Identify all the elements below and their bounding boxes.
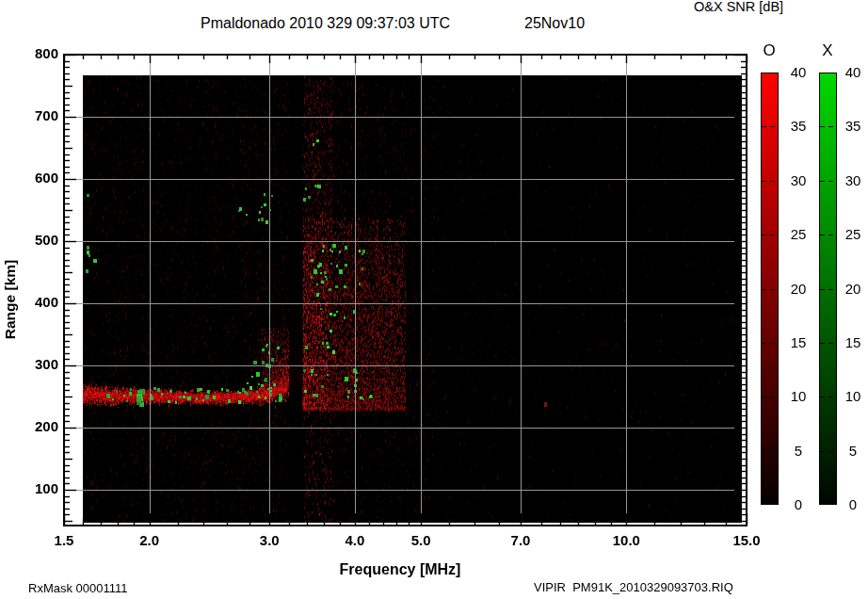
- x-colorbar-tick-label: 30: [840, 172, 866, 189]
- o-colorbar-tick-label: 10: [785, 388, 812, 405]
- colorbar-x-header: X: [813, 41, 842, 60]
- x-tick-label: 3.0: [243, 532, 296, 548]
- y-tick-label: 100: [13, 480, 58, 497]
- x-colorbar-tick-label: 5: [840, 443, 866, 460]
- x-tick-label: 1.5: [38, 532, 90, 548]
- ionogram-heatmap: [83, 75, 742, 523]
- x-tick-label: 15.0: [720, 532, 773, 548]
- x-colorbar-tick-label: 10: [840, 388, 866, 405]
- ionogram-figure: Pmaldonado 2010 329 09:37:03 UTC 25Nov10…: [0, 0, 868, 599]
- x-colorbar-tick-label: 15: [840, 334, 866, 351]
- y-tick-label: 600: [13, 170, 58, 186]
- x-colorbar-tick-label: 35: [840, 118, 866, 135]
- x-tick-label: 5.0: [394, 532, 447, 548]
- y-tick-label: 800: [13, 45, 58, 62]
- o-colorbar-tick-label: 20: [785, 281, 812, 298]
- o-colorbar-tick-label: 35: [785, 118, 812, 135]
- x-tick-label: 10.0: [600, 532, 652, 548]
- o-colorbar-tick-label: 5: [785, 443, 812, 460]
- page-title: Pmaldonado 2010 329 09:37:03 UTC: [201, 15, 450, 32]
- x-axis-title: Frequency [MHz]: [325, 561, 475, 578]
- y-tick-label: 700: [13, 107, 58, 124]
- y-tick-label: 200: [13, 418, 58, 435]
- y-tick-label: 500: [13, 232, 58, 249]
- rxmask-status: RxMask 00001111: [28, 581, 128, 595]
- y-tick-label: 400: [13, 294, 58, 311]
- x-tick-label: 7.0: [494, 532, 547, 548]
- o-colorbar-tick-label: 30: [785, 172, 812, 189]
- o-colorbar-tick-label: 15: [785, 334, 812, 351]
- x-colorbar-tick-label: 20: [840, 281, 866, 298]
- date-label: 25Nov10: [524, 15, 585, 32]
- x-colorbar-tick-label: 40: [840, 64, 866, 81]
- colorbar-o-header: O: [755, 41, 783, 60]
- x-tick-label: 4.0: [329, 532, 381, 548]
- o-colorbar-tick-label: 25: [785, 226, 812, 243]
- x-colorbar-tick-label: 25: [840, 226, 866, 243]
- x-colorbar-tick-label: 0: [840, 496, 866, 513]
- y-tick-label: 300: [13, 356, 58, 373]
- o-colorbar-tick-label: 40: [785, 64, 812, 81]
- o-colorbar-tick-label: 0: [785, 496, 812, 513]
- data-file-reference: VIPIR PM91K_2010329093703.RIQ: [534, 580, 733, 594]
- colorbar-title: O&X SNR [dB]: [694, 0, 783, 14]
- x-tick-label: 2.0: [123, 532, 176, 548]
